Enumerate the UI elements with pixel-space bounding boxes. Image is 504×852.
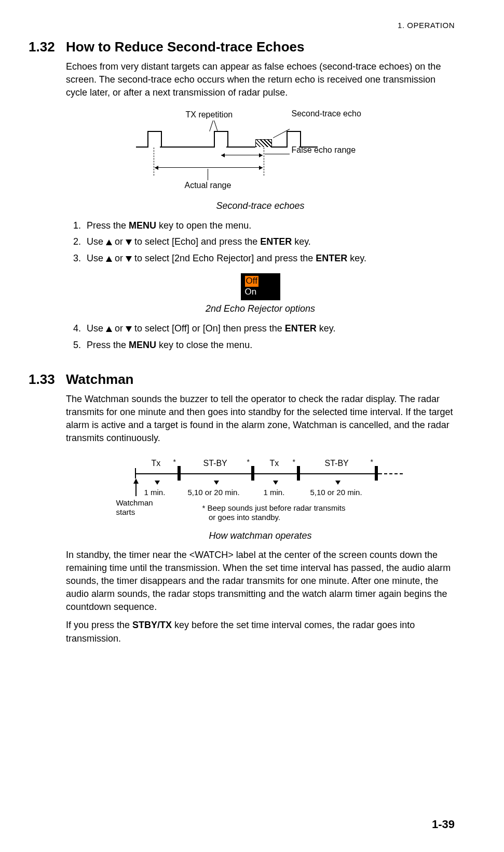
figure-caption-options: 2nd Echo Rejector options: [66, 303, 455, 314]
enter-key: ENTER: [316, 253, 347, 263]
section-number: 1.32: [29, 39, 66, 55]
page-number: 1-39: [432, 818, 455, 831]
section-1-32-heading: 1.32 How to Reduce Second-trace Echoes: [29, 39, 455, 55]
down-arrow-icon: [126, 256, 132, 262]
watchman-intro: The Watchman sounds the buzzer to tell t…: [66, 393, 455, 445]
up-arrow-icon: [106, 326, 112, 332]
menu-key: MENU: [129, 340, 156, 350]
label-stby: ST-BY: [325, 459, 349, 468]
procedure-steps-4-5: Use or to select [Off] or [On] then pres…: [66, 322, 455, 353]
label-beep-note: * Beep sounds just before radar transmit…: [202, 503, 346, 523]
label-watchman-starts: Watchman starts: [116, 498, 153, 517]
label-1min: 1 min.: [264, 488, 285, 497]
label-tx-repetition: TX repetition: [186, 110, 233, 119]
section-number: 1.33: [29, 371, 66, 388]
option-off-selected: Off: [245, 276, 258, 286]
label-stby: ST-BY: [203, 459, 227, 468]
stby-tx-key: STBY/TX: [132, 620, 172, 630]
menu-key: MENU: [129, 220, 156, 231]
enter-key: ENTER: [260, 236, 292, 247]
label-1min: 1 min.: [144, 488, 166, 497]
figure-2nd-echo-rejector-options: Off On: [241, 273, 280, 300]
section-title: How to Reduce Second-trace Echoes: [66, 39, 304, 55]
label-tx: Tx: [152, 459, 161, 468]
figure-caption-watchman: How watchman operates: [66, 530, 455, 541]
section-1-33-heading: 1.33 Watchman: [29, 371, 455, 388]
option-on: On: [245, 287, 276, 297]
intro-paragraph: Echoes from very distant targets can app…: [66, 60, 455, 100]
up-arrow-icon: [106, 239, 112, 245]
label-tx: Tx: [270, 459, 279, 468]
section-1-32-body: Echoes from very distant targets can app…: [66, 60, 455, 353]
step-3: Use or to select [2nd Echo Rejector] and…: [84, 251, 455, 266]
label-interval: 5,10 or 20 min.: [188, 488, 240, 497]
section-1-33-body: The Watchman sounds the buzzer to tell t…: [66, 393, 455, 645]
page: 1. OPERATION 1.32 How to Reduce Second-t…: [0, 0, 504, 852]
figure-second-trace-echoes: TX repetition Second-trace echo False ec…: [136, 109, 385, 197]
figure-caption-second-trace: Second-trace echoes: [66, 201, 455, 211]
figure-watchman-timeline: Tx * ST-BY * Tx * ST-BY * 1 min. 5,10 or…: [115, 455, 406, 527]
label-actual-range: Actual range: [185, 181, 231, 190]
watchman-standby-paragraph: In standby, the timer near the <WATCH> l…: [66, 549, 455, 614]
step-2: Use or to select [Echo] and press the EN…: [84, 235, 455, 249]
up-arrow-icon: [106, 256, 112, 262]
step-1: Press the MENU key to open the menu.: [84, 219, 455, 233]
label-false-echo-range: False echo range: [292, 145, 356, 155]
procedure-steps-1-3: Press the MENU key to open the menu. Use…: [66, 219, 455, 267]
down-arrow-icon: [126, 239, 132, 245]
section-title: Watchman: [66, 371, 134, 388]
label-second-trace-echo: Second-trace echo: [292, 109, 361, 118]
running-head: 1. OPERATION: [29, 21, 455, 30]
down-arrow-icon: [126, 326, 132, 332]
step-5: Press the MENU key to close the menu.: [84, 338, 455, 353]
watchman-stbytx-paragraph: If you press the STBY/TX key before the …: [66, 619, 455, 645]
step-4: Use or to select [Off] or [On] then pres…: [84, 322, 455, 336]
enter-key: ENTER: [285, 323, 317, 334]
label-interval: 5,10 or 20 min.: [310, 488, 362, 497]
